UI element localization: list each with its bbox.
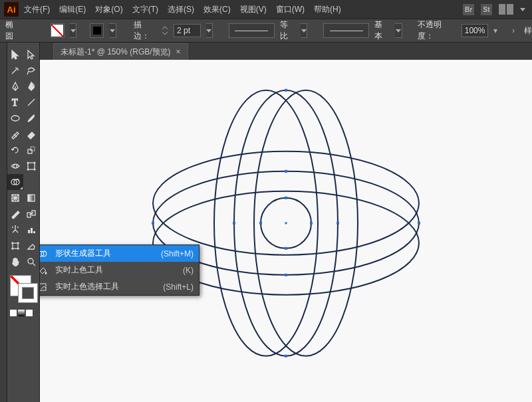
width-profile-dropdown[interactable] bbox=[301, 23, 308, 38]
mesh-tool[interactable] bbox=[7, 190, 23, 206]
type-tool[interactable]: T bbox=[7, 94, 23, 110]
menu-edit[interactable]: 编辑(E) bbox=[59, 4, 86, 15]
scale-tool[interactable] bbox=[23, 142, 39, 158]
brush-preview[interactable] bbox=[323, 23, 369, 38]
svg-rect-36 bbox=[285, 354, 287, 357]
menu-window[interactable]: 窗口(W) bbox=[276, 4, 305, 15]
stroke-weight-dropdown[interactable] bbox=[206, 23, 213, 38]
stroke-color-swatch[interactable] bbox=[18, 283, 38, 303]
rotate-tool[interactable] bbox=[7, 142, 23, 158]
svg-rect-32 bbox=[259, 221, 262, 224]
paintbrush-tool[interactable] bbox=[23, 110, 39, 126]
symbol-sprayer-tool[interactable] bbox=[7, 222, 23, 238]
close-tab-icon[interactable]: × bbox=[176, 47, 181, 56]
flyout-item-label: 形状生成器工具 bbox=[55, 248, 154, 259]
svg-point-16 bbox=[17, 227, 19, 228]
fill-stroke-swatches[interactable] bbox=[10, 275, 37, 304]
opacity-label: 不透明度： bbox=[418, 19, 456, 42]
zoom-tool[interactable] bbox=[23, 254, 39, 270]
svg-rect-4 bbox=[28, 163, 35, 169]
color-mode-none[interactable] bbox=[26, 310, 33, 316]
width-profile-preview[interactable] bbox=[229, 23, 275, 38]
width-tool[interactable] bbox=[7, 158, 23, 174]
stroke-swatch[interactable] bbox=[90, 23, 104, 38]
canvas[interactable]: 形状生成器工具 (Shift+M) 实时上色工具 (K) 实时上色选择工具 (S… bbox=[40, 60, 532, 402]
fill-swatch[interactable] bbox=[51, 23, 65, 38]
svg-rect-20 bbox=[33, 231, 35, 233]
svg-rect-13 bbox=[27, 213, 31, 217]
options-bar: 椭圆 描边： 2 pt 等比 基本 不透明度： 100% ▾ › 样 bbox=[0, 19, 532, 43]
svg-rect-21 bbox=[13, 243, 18, 249]
eyedropper-tool[interactable] bbox=[7, 206, 23, 222]
svg-rect-39 bbox=[233, 221, 235, 224]
shaper-tool[interactable] bbox=[7, 126, 23, 142]
stock-button[interactable]: St bbox=[481, 4, 492, 15]
svg-rect-3 bbox=[31, 147, 35, 151]
arrange-dropdown-icon[interactable] bbox=[520, 8, 525, 11]
svg-point-15 bbox=[12, 227, 13, 228]
svg-point-28 bbox=[153, 151, 419, 254]
color-mode-gradient[interactable] bbox=[18, 310, 25, 316]
menu-file[interactable]: 文件(F) bbox=[24, 4, 50, 15]
gradient-tool[interactable] bbox=[23, 190, 39, 206]
no-fill-icon bbox=[51, 25, 63, 37]
menu-select[interactable]: 选择(S) bbox=[168, 4, 194, 15]
color-mode-solid[interactable] bbox=[10, 310, 17, 316]
arrange-documents-icon[interactable] bbox=[499, 4, 513, 15]
curvature-tool[interactable] bbox=[23, 78, 39, 94]
flyout-item-live-paint-bucket[interactable]: 实时上色工具 (K) bbox=[40, 262, 199, 278]
document-tab-bar: 未标题-1* @ 150% (RGB/预览) × bbox=[40, 43, 532, 60]
svg-point-17 bbox=[15, 225, 16, 227]
opacity-input[interactable]: 100% bbox=[462, 24, 488, 37]
live-paint-bucket-icon bbox=[40, 264, 49, 276]
style-label: 样 bbox=[524, 25, 532, 37]
svg-rect-41 bbox=[285, 169, 287, 172]
bridge-button[interactable]: Br bbox=[463, 4, 474, 15]
menu-object[interactable]: 对象(O) bbox=[95, 4, 122, 15]
menu-view[interactable]: 视图(V) bbox=[240, 4, 267, 15]
blend-tool[interactable] bbox=[23, 206, 39, 222]
artboard-tool[interactable] bbox=[7, 238, 23, 254]
options-more-icon[interactable]: › bbox=[512, 26, 515, 35]
slice-tool[interactable] bbox=[23, 238, 39, 254]
stroke-dropdown[interactable] bbox=[109, 23, 116, 38]
flyout-item-shape-builder[interactable]: 形状生成器工具 (Shift+M) bbox=[40, 245, 199, 262]
stroke-step-up-icon[interactable] bbox=[162, 25, 168, 31]
shape-builder-tool[interactable] bbox=[7, 174, 23, 190]
menu-help[interactable]: 帮助(H) bbox=[314, 4, 341, 15]
free-transform-tool[interactable] bbox=[23, 158, 39, 174]
svg-rect-42 bbox=[285, 273, 287, 276]
svg-point-5 bbox=[27, 162, 29, 164]
fill-dropdown[interactable] bbox=[70, 23, 77, 38]
direct-selection-tool[interactable] bbox=[23, 47, 39, 62]
magic-wand-tool[interactable] bbox=[7, 62, 23, 78]
svg-rect-31 bbox=[285, 247, 287, 249]
line-segment-tool[interactable] bbox=[23, 94, 39, 110]
document-tab[interactable]: 未标题-1* @ 150% (RGB/预览) × bbox=[53, 43, 188, 60]
opacity-dropdown-icon[interactable]: ▾ bbox=[493, 26, 497, 35]
panel-dock-left[interactable] bbox=[0, 43, 7, 402]
toolbox: T bbox=[7, 43, 40, 402]
menu-type[interactable]: 文字(T) bbox=[132, 4, 158, 15]
app-logo: Ai bbox=[4, 2, 19, 17]
flyout-item-label: 实时上色选择工具 bbox=[55, 281, 156, 292]
ellipse-tool[interactable] bbox=[7, 110, 23, 126]
pen-tool[interactable] bbox=[7, 78, 23, 94]
selection-tool[interactable] bbox=[7, 47, 23, 62]
flyout-item-live-paint-selection[interactable]: 实时上色选择工具 (Shift+L) bbox=[40, 278, 199, 295]
artwork bbox=[133, 76, 439, 369]
hand-tool[interactable] bbox=[7, 254, 23, 270]
svg-point-1 bbox=[11, 116, 19, 121]
eraser-tool[interactable] bbox=[23, 126, 39, 142]
brush-dropdown[interactable] bbox=[395, 23, 402, 38]
stroke-weight-input[interactable]: 2 pt bbox=[174, 24, 200, 37]
column-graph-tool[interactable] bbox=[23, 222, 39, 238]
svg-rect-12 bbox=[28, 195, 35, 201]
svg-point-6 bbox=[34, 162, 36, 164]
stroke-step-down-icon[interactable] bbox=[162, 31, 168, 36]
svg-point-22 bbox=[28, 258, 33, 264]
menu-effect[interactable]: 效果(C) bbox=[203, 4, 231, 15]
svg-rect-40 bbox=[336, 221, 339, 224]
svg-rect-33 bbox=[310, 221, 313, 224]
lasso-tool[interactable] bbox=[23, 62, 39, 78]
